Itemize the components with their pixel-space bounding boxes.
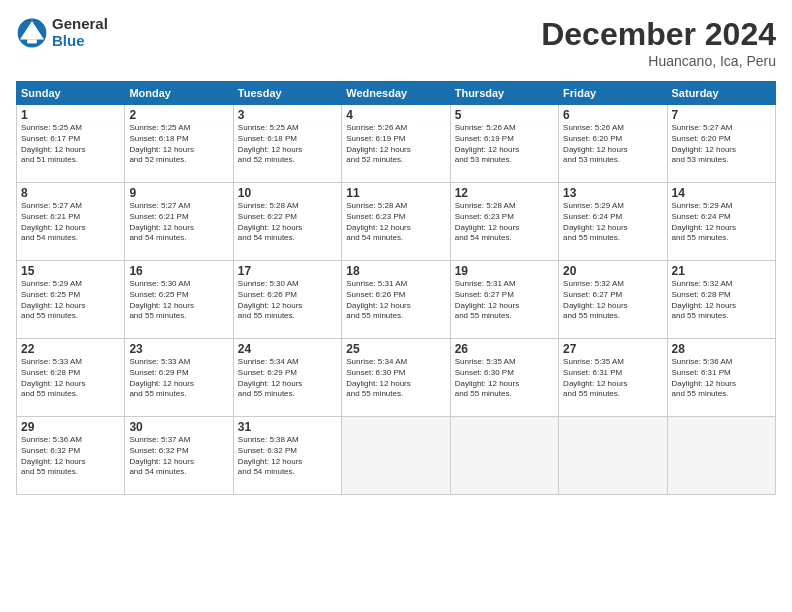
- calendar-cell: 16Sunrise: 5:30 AM Sunset: 6:25 PM Dayli…: [125, 261, 233, 339]
- logo: General Blue: [16, 16, 108, 49]
- day-number: 28: [672, 342, 771, 356]
- cell-details: Sunrise: 5:32 AM Sunset: 6:28 PM Dayligh…: [672, 279, 771, 322]
- cell-details: Sunrise: 5:26 AM Sunset: 6:20 PM Dayligh…: [563, 123, 662, 166]
- cell-details: Sunrise: 5:35 AM Sunset: 6:30 PM Dayligh…: [455, 357, 554, 400]
- title-block: December 2024 Huancano, Ica, Peru: [541, 16, 776, 69]
- cell-details: Sunrise: 5:34 AM Sunset: 6:29 PM Dayligh…: [238, 357, 337, 400]
- header: General Blue December 2024 Huancano, Ica…: [16, 16, 776, 69]
- day-number: 12: [455, 186, 554, 200]
- cell-details: Sunrise: 5:29 AM Sunset: 6:24 PM Dayligh…: [563, 201, 662, 244]
- day-number: 21: [672, 264, 771, 278]
- calendar-cell: 19Sunrise: 5:31 AM Sunset: 6:27 PM Dayli…: [450, 261, 558, 339]
- calendar-cell: 14Sunrise: 5:29 AM Sunset: 6:24 PM Dayli…: [667, 183, 775, 261]
- day-number: 15: [21, 264, 120, 278]
- day-number: 19: [455, 264, 554, 278]
- calendar-cell: 15Sunrise: 5:29 AM Sunset: 6:25 PM Dayli…: [17, 261, 125, 339]
- calendar-week-1: 1Sunrise: 5:25 AM Sunset: 6:17 PM Daylig…: [17, 105, 776, 183]
- day-number: 5: [455, 108, 554, 122]
- calendar-cell: 7Sunrise: 5:27 AM Sunset: 6:20 PM Daylig…: [667, 105, 775, 183]
- day-number: 29: [21, 420, 120, 434]
- day-number: 1: [21, 108, 120, 122]
- cell-details: Sunrise: 5:31 AM Sunset: 6:27 PM Dayligh…: [455, 279, 554, 322]
- day-number: 23: [129, 342, 228, 356]
- header-cell-wednesday: Wednesday: [342, 82, 450, 105]
- calendar-cell: 21Sunrise: 5:32 AM Sunset: 6:28 PM Dayli…: [667, 261, 775, 339]
- header-cell-thursday: Thursday: [450, 82, 558, 105]
- day-number: 13: [563, 186, 662, 200]
- day-number: 7: [672, 108, 771, 122]
- cell-details: Sunrise: 5:36 AM Sunset: 6:31 PM Dayligh…: [672, 357, 771, 400]
- calendar-cell: 23Sunrise: 5:33 AM Sunset: 6:29 PM Dayli…: [125, 339, 233, 417]
- cell-details: Sunrise: 5:25 AM Sunset: 6:17 PM Dayligh…: [21, 123, 120, 166]
- calendar-cell: 1Sunrise: 5:25 AM Sunset: 6:17 PM Daylig…: [17, 105, 125, 183]
- logo-text: General Blue: [52, 16, 108, 49]
- day-number: 4: [346, 108, 445, 122]
- calendar-cell: 20Sunrise: 5:32 AM Sunset: 6:27 PM Dayli…: [559, 261, 667, 339]
- calendar-cell: [342, 417, 450, 495]
- logo-blue: Blue: [52, 33, 108, 50]
- header-cell-tuesday: Tuesday: [233, 82, 341, 105]
- cell-details: Sunrise: 5:29 AM Sunset: 6:24 PM Dayligh…: [672, 201, 771, 244]
- calendar-cell: 30Sunrise: 5:37 AM Sunset: 6:32 PM Dayli…: [125, 417, 233, 495]
- cell-details: Sunrise: 5:38 AM Sunset: 6:32 PM Dayligh…: [238, 435, 337, 478]
- day-number: 25: [346, 342, 445, 356]
- calendar-cell: 22Sunrise: 5:33 AM Sunset: 6:28 PM Dayli…: [17, 339, 125, 417]
- calendar-cell: 3Sunrise: 5:25 AM Sunset: 6:18 PM Daylig…: [233, 105, 341, 183]
- calendar-cell: 28Sunrise: 5:36 AM Sunset: 6:31 PM Dayli…: [667, 339, 775, 417]
- day-number: 22: [21, 342, 120, 356]
- cell-details: Sunrise: 5:36 AM Sunset: 6:32 PM Dayligh…: [21, 435, 120, 478]
- logo-icon: [16, 17, 48, 49]
- calendar-cell: 12Sunrise: 5:28 AM Sunset: 6:23 PM Dayli…: [450, 183, 558, 261]
- calendar-cell: 17Sunrise: 5:30 AM Sunset: 6:26 PM Dayli…: [233, 261, 341, 339]
- cell-details: Sunrise: 5:27 AM Sunset: 6:21 PM Dayligh…: [21, 201, 120, 244]
- calendar-cell: 11Sunrise: 5:28 AM Sunset: 6:23 PM Dayli…: [342, 183, 450, 261]
- day-number: 3: [238, 108, 337, 122]
- cell-details: Sunrise: 5:29 AM Sunset: 6:25 PM Dayligh…: [21, 279, 120, 322]
- header-cell-monday: Monday: [125, 82, 233, 105]
- cell-details: Sunrise: 5:26 AM Sunset: 6:19 PM Dayligh…: [455, 123, 554, 166]
- calendar-cell: 31Sunrise: 5:38 AM Sunset: 6:32 PM Dayli…: [233, 417, 341, 495]
- cell-details: Sunrise: 5:31 AM Sunset: 6:26 PM Dayligh…: [346, 279, 445, 322]
- month-title: December 2024: [541, 16, 776, 53]
- calendar-cell: 18Sunrise: 5:31 AM Sunset: 6:26 PM Dayli…: [342, 261, 450, 339]
- day-number: 8: [21, 186, 120, 200]
- calendar-week-5: 29Sunrise: 5:36 AM Sunset: 6:32 PM Dayli…: [17, 417, 776, 495]
- cell-details: Sunrise: 5:28 AM Sunset: 6:23 PM Dayligh…: [455, 201, 554, 244]
- calendar-cell: 25Sunrise: 5:34 AM Sunset: 6:30 PM Dayli…: [342, 339, 450, 417]
- logo-general: General: [52, 16, 108, 33]
- calendar-cell: 5Sunrise: 5:26 AM Sunset: 6:19 PM Daylig…: [450, 105, 558, 183]
- day-number: 6: [563, 108, 662, 122]
- calendar-cell: [667, 417, 775, 495]
- cell-details: Sunrise: 5:30 AM Sunset: 6:26 PM Dayligh…: [238, 279, 337, 322]
- day-number: 2: [129, 108, 228, 122]
- cell-details: Sunrise: 5:35 AM Sunset: 6:31 PM Dayligh…: [563, 357, 662, 400]
- cell-details: Sunrise: 5:33 AM Sunset: 6:28 PM Dayligh…: [21, 357, 120, 400]
- cell-details: Sunrise: 5:28 AM Sunset: 6:23 PM Dayligh…: [346, 201, 445, 244]
- day-number: 18: [346, 264, 445, 278]
- cell-details: Sunrise: 5:27 AM Sunset: 6:21 PM Dayligh…: [129, 201, 228, 244]
- cell-details: Sunrise: 5:25 AM Sunset: 6:18 PM Dayligh…: [129, 123, 228, 166]
- calendar-cell: 24Sunrise: 5:34 AM Sunset: 6:29 PM Dayli…: [233, 339, 341, 417]
- svg-rect-2: [27, 39, 37, 43]
- calendar-week-2: 8Sunrise: 5:27 AM Sunset: 6:21 PM Daylig…: [17, 183, 776, 261]
- day-number: 20: [563, 264, 662, 278]
- cell-details: Sunrise: 5:25 AM Sunset: 6:18 PM Dayligh…: [238, 123, 337, 166]
- calendar-week-3: 15Sunrise: 5:29 AM Sunset: 6:25 PM Dayli…: [17, 261, 776, 339]
- cell-details: Sunrise: 5:34 AM Sunset: 6:30 PM Dayligh…: [346, 357, 445, 400]
- day-number: 9: [129, 186, 228, 200]
- location: Huancano, Ica, Peru: [541, 53, 776, 69]
- calendar-cell: 26Sunrise: 5:35 AM Sunset: 6:30 PM Dayli…: [450, 339, 558, 417]
- cell-details: Sunrise: 5:26 AM Sunset: 6:19 PM Dayligh…: [346, 123, 445, 166]
- cell-details: Sunrise: 5:32 AM Sunset: 6:27 PM Dayligh…: [563, 279, 662, 322]
- header-cell-friday: Friday: [559, 82, 667, 105]
- calendar-table: SundayMondayTuesdayWednesdayThursdayFrid…: [16, 81, 776, 495]
- calendar-cell: 6Sunrise: 5:26 AM Sunset: 6:20 PM Daylig…: [559, 105, 667, 183]
- calendar-week-4: 22Sunrise: 5:33 AM Sunset: 6:28 PM Dayli…: [17, 339, 776, 417]
- cell-details: Sunrise: 5:37 AM Sunset: 6:32 PM Dayligh…: [129, 435, 228, 478]
- page: General Blue December 2024 Huancano, Ica…: [0, 0, 792, 612]
- calendar-cell: [559, 417, 667, 495]
- calendar-cell: 27Sunrise: 5:35 AM Sunset: 6:31 PM Dayli…: [559, 339, 667, 417]
- cell-details: Sunrise: 5:27 AM Sunset: 6:20 PM Dayligh…: [672, 123, 771, 166]
- day-number: 14: [672, 186, 771, 200]
- calendar-cell: [450, 417, 558, 495]
